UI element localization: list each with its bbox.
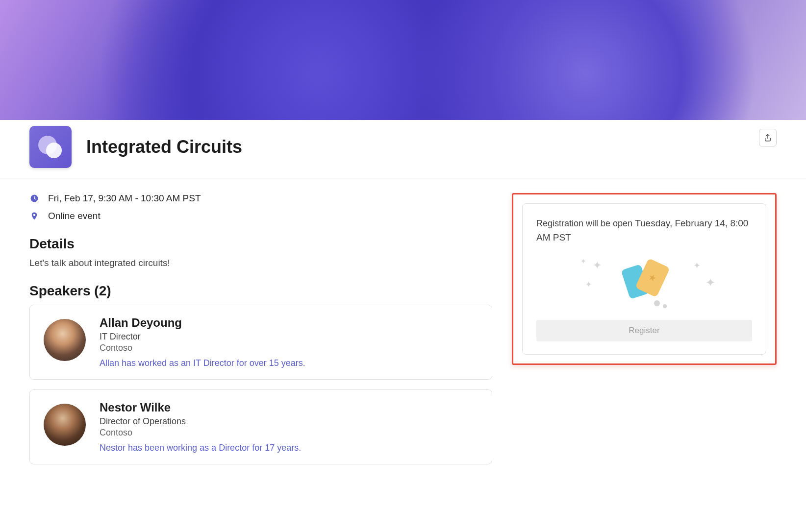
registration-panel: Registration will be open Tuesday, Febru… bbox=[522, 203, 766, 355]
sparkle-icon: ✦ bbox=[580, 257, 586, 265]
avatar bbox=[44, 404, 86, 446]
register-button[interactable]: Register bbox=[536, 320, 752, 341]
sparkle-icon: ✦ bbox=[705, 276, 715, 290]
details-description: Let's talk about integrated circuits! bbox=[29, 258, 492, 268]
avatar bbox=[44, 319, 86, 361]
speaker-name: Nestor Wilke bbox=[100, 401, 478, 414]
event-datetime-row: Fri, Feb 17, 9:30 AM - 10:30 AM PST bbox=[29, 193, 492, 204]
details-heading: Details bbox=[29, 236, 492, 252]
sparkle-icon: ✦ bbox=[593, 259, 602, 272]
registration-highlight-box: Registration will be open Tuesday, Febru… bbox=[512, 193, 777, 365]
speaker-role: IT Director bbox=[100, 332, 478, 342]
speaker-bio: Nestor has been working as a Director fo… bbox=[100, 443, 478, 453]
speakers-heading: Speakers (2) bbox=[29, 283, 492, 299]
event-location-row: Online event bbox=[29, 211, 492, 221]
speaker-company: Contoso bbox=[100, 343, 478, 353]
app-logo-icon bbox=[29, 126, 72, 168]
event-header: Integrated Circuits bbox=[0, 120, 806, 178]
location-pin-icon bbox=[29, 211, 39, 221]
speaker-card: Nestor Wilke Director of Operations Cont… bbox=[29, 389, 492, 464]
share-button[interactable] bbox=[759, 129, 777, 146]
registration-prefix: Registration will be open bbox=[536, 218, 635, 228]
sparkle-icon: ✦ bbox=[585, 280, 592, 289]
dot-icon bbox=[663, 304, 667, 308]
speaker-role: Director of Operations bbox=[100, 416, 478, 427]
speaker-bio: Allan has worked as an IT Director for o… bbox=[100, 358, 478, 368]
tickets-illustration: ✦ ✦ ✦ ✦ ✦ ★ bbox=[536, 254, 752, 308]
event-datetime-text: Fri, Feb 17, 9:30 AM - 10:30 AM PST bbox=[48, 193, 201, 204]
side-column: Registration will be open Tuesday, Febru… bbox=[512, 193, 777, 474]
speaker-company: Contoso bbox=[100, 428, 478, 438]
tickets-icon: ★ bbox=[622, 262, 666, 301]
main-column: Fri, Feb 17, 9:30 AM - 10:30 AM PST Onli… bbox=[29, 193, 492, 474]
sparkle-icon: ✦ bbox=[693, 260, 701, 271]
speaker-name: Allan Deyoung bbox=[100, 316, 478, 330]
event-location-text: Online event bbox=[48, 211, 101, 221]
event-title: Integrated Circuits bbox=[86, 137, 242, 157]
registration-open-text: Registration will be open Tuesday, Febru… bbox=[536, 217, 752, 244]
share-icon bbox=[763, 133, 772, 142]
speaker-card: Allan Deyoung IT Director Contoso Allan … bbox=[29, 305, 492, 380]
hero-banner bbox=[0, 0, 806, 120]
dot-icon bbox=[654, 300, 660, 306]
clock-icon bbox=[29, 193, 39, 203]
svg-point-1 bbox=[33, 214, 36, 217]
